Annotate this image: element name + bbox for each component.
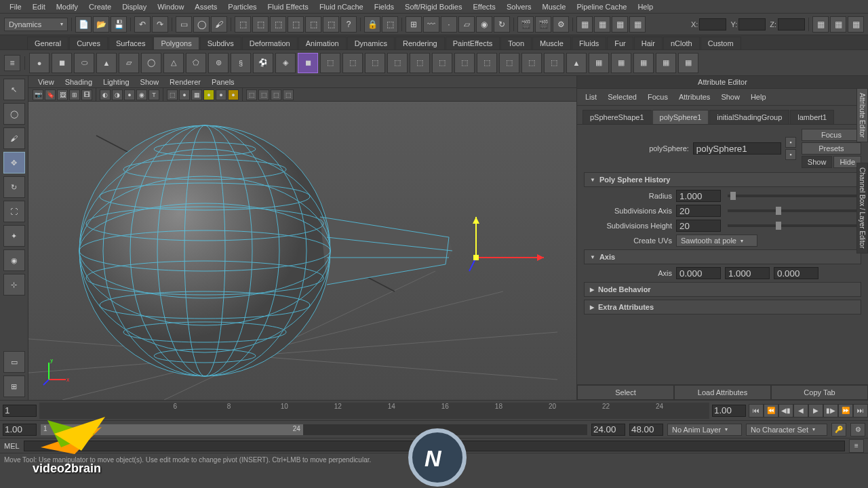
node-nav-down-icon[interactable]: ▪ [785,149,796,160]
lasso-tool-icon[interactable]: ◯ [3,103,25,125]
attr-menu-list[interactable]: List [581,92,601,102]
timeline-track[interactable]: 6 8 10 12 14 16 18 20 22 24 [39,403,709,419]
vp-wire-icon[interactable]: ⬚ [167,89,178,100]
attr-tab-shape[interactable]: pSphereShape1 [583,110,652,124]
poly-platonic-icon[interactable]: ◈ [275,53,296,73]
snap-live-icon[interactable]: ◉ [476,16,492,33]
menu-display[interactable]: Display [117,3,152,11]
layout-panel-3-icon[interactable]: ▦ [848,16,864,33]
node-nav-up-icon[interactable]: ▪ [785,137,796,148]
history-icon[interactable]: ↻ [494,16,510,33]
snap-curve-icon[interactable]: 〰 [423,16,439,33]
range-start-input[interactable] [3,424,37,436]
move-manipulator[interactable] [462,210,557,305]
step-back-key-icon[interactable]: ⏪ [764,404,778,418]
shelf-tab-painteffects[interactable]: PaintEffects [446,37,500,49]
selmask-4-icon[interactable]: ⬚ [288,16,304,33]
poly-pipe-icon[interactable]: ⊚ [208,53,229,73]
menu-modify[interactable]: Modify [51,3,83,11]
attr-menu-focus[interactable]: Focus [644,92,672,102]
axis-x-input[interactable] [676,267,721,279]
vp-shading-1-icon[interactable]: ◐ [100,89,111,100]
layout-3-icon[interactable]: ▦ [612,16,628,33]
paint-select-icon[interactable]: 🖌 [211,16,227,33]
show-button[interactable]: Show [802,156,833,168]
poly-sculpt-icon[interactable]: ▲ [566,53,587,73]
attr-menu-show[interactable]: Show [717,92,744,102]
menu-window[interactable]: Window [152,3,189,11]
selmask-7-icon[interactable]: ? [340,16,357,33]
selmask-5-icon[interactable]: ⬚ [305,16,321,33]
poly-pyramid-icon[interactable]: △ [163,53,184,73]
vp-shading-5-icon[interactable]: T [149,89,159,100]
vp-bookmark-icon[interactable]: 🔖 [45,89,56,100]
poly-smooth-icon[interactable]: ⬚ [544,53,564,73]
poly-combine-icon[interactable]: ⬚ [320,53,340,73]
vp-menu-panels[interactable]: Panels [206,78,240,86]
vp-shading-4-icon[interactable]: ◉ [136,89,147,100]
redo-icon[interactable]: ↷ [152,16,168,33]
step-back-icon[interactable]: ◀▮ [778,404,793,418]
mode-dropdown[interactable]: Dynamics [4,18,68,31]
open-scene-icon[interactable]: 📂 [93,16,109,33]
uv-editor-icon[interactable]: ▦ [678,53,698,73]
poly-bevel-icon[interactable]: ⬚ [387,53,408,73]
anim-layer-dropdown[interactable]: No Anim Layer [667,424,742,436]
shelf-tab-fur[interactable]: Fur [607,37,633,49]
menu-solvers[interactable]: Solvers [501,3,537,11]
vp-isolate-icon[interactable]: ⬚ [246,89,257,100]
shelf-tab-polygons[interactable]: Polygons [153,37,199,49]
poly-bridge-icon[interactable]: ⬚ [410,53,430,73]
vp-shading-3-icon[interactable]: ● [124,89,135,100]
selmask-3-icon[interactable]: ⬚ [270,16,286,33]
shelf-tab-hair[interactable]: Hair [634,37,663,49]
save-scene-icon[interactable]: 💾 [111,16,127,33]
undo-icon[interactable]: ↶ [134,16,151,33]
uv-1-icon[interactable]: ▦ [589,53,609,73]
axis-y-input[interactable] [725,267,770,279]
attr-menu-selected[interactable]: Selected [604,92,641,102]
poly-insert-icon[interactable]: ⬚ [454,53,475,73]
poly-cylinder-icon[interactable]: ⬭ [74,53,94,73]
paint-tool-icon[interactable]: 🖌 [3,127,25,149]
attr-menu-help[interactable]: Help [747,92,770,102]
vp-smooth-icon[interactable]: ● [179,89,190,100]
layout-4-icon[interactable]: ▦ [629,16,646,33]
vp-tex-icon[interactable]: ▦ [191,89,202,100]
shelf-tab-toon[interactable]: Toon [500,37,532,49]
vp-light-1-icon[interactable]: ● [203,89,214,100]
anim-prefs-icon[interactable]: ⚙ [850,423,865,436]
coord-y-input[interactable] [738,18,766,30]
poly-helix-icon[interactable]: § [231,53,251,73]
shelf-tab-dynamics[interactable]: Dynamics [347,37,395,49]
script-editor-icon[interactable]: ≡ [849,439,864,453]
poly-append-icon[interactable]: ⬚ [432,53,452,73]
attr-tab-shadinggroup[interactable]: initialShadingGroup [709,110,789,124]
vp-xray-joint-icon[interactable]: ⬚ [271,89,281,100]
side-tab-attribute-editor[interactable]: Attribute Editor [856,88,868,142]
scale-tool-icon[interactable]: ⛶ [3,201,25,222]
section-poly-sphere-history[interactable]: Poly Sphere History [584,172,861,187]
move-tool-icon[interactable]: ✥ [3,152,25,174]
poly-sphere-mesh[interactable] [69,122,476,393]
render-icon[interactable]: 🎬 [517,16,534,33]
attr-tab-polysphere[interactable]: polySphere1 [652,110,709,124]
layout-single-icon[interactable]: ▭ [3,351,25,373]
snap-point-icon[interactable]: · [441,16,457,33]
range-slider[interactable]: 1 24 [41,424,587,435]
soft-mod-tool-icon[interactable]: ◉ [3,249,25,271]
shelf-menu-icon[interactable]: ≡ [4,55,20,71]
focus-button[interactable]: Focus [802,129,861,141]
menu-fields[interactable]: Fields [369,3,399,11]
vp-shading-2-icon[interactable]: ◑ [112,89,123,100]
menu-help[interactable]: Help [632,3,658,11]
vp-light-2-icon[interactable]: ● [216,89,226,100]
shelf-tab-custom[interactable]: Custom [701,37,741,49]
step-fwd-icon[interactable]: ▮▶ [823,404,838,418]
vp-menu-lighting[interactable]: Lighting [98,78,135,86]
poly-prism-icon[interactable]: ⬠ [186,53,206,73]
shelf-tab-surfaces[interactable]: Surfaces [108,37,153,49]
attr-tab-lambert[interactable]: lambert1 [790,110,834,124]
subaxis-slider[interactable] [728,209,861,212]
current-frame-left-input[interactable] [3,405,37,417]
